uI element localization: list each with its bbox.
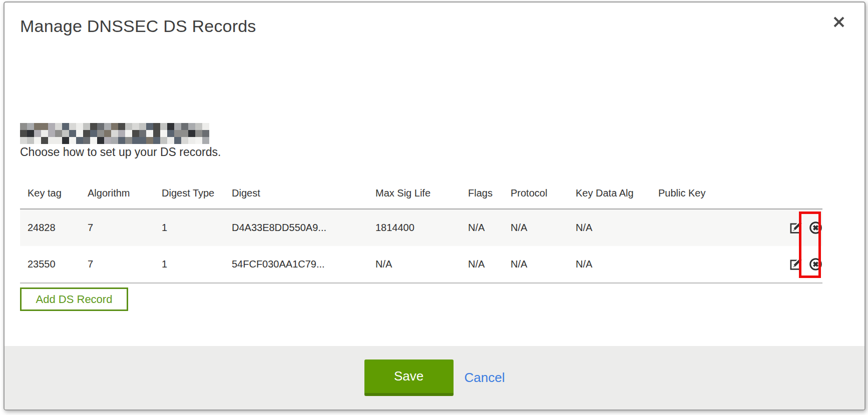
redacted-pixel [132,123,139,130]
redacted-pixel [118,123,125,130]
table-row: 24828 7 1 D4A33E8DD550A9... 1814400 N/A … [20,209,822,246]
redacted-pixel [146,123,153,130]
domain-name-redacted [20,123,209,144]
col-header-algorithm: Algorithm [88,178,162,209]
redacted-pixel [146,137,153,144]
redacted-pixel [76,123,83,130]
dialog-title: Manage DNSSEC DS Records [20,16,256,36]
close-icon[interactable] [831,14,846,30]
redacted-pixel [153,137,160,144]
cell-public-key [658,209,733,246]
redacted-pixel [104,123,111,130]
redacted-pixel [202,130,209,137]
redacted-pixel [139,137,146,144]
redacted-pixel [188,137,195,144]
redacted-pixel [48,137,55,144]
redacted-pixel [202,137,209,144]
delete-record-icon[interactable] [809,258,822,271]
redacted-pixel [76,137,83,144]
redacted-pixel [153,123,160,130]
cell-key-data-alg: N/A [576,209,658,246]
redacted-pixel [41,123,48,130]
cell-flags: N/A [468,246,511,283]
redacted-pixel [20,137,27,144]
redacted-pixel [27,137,34,144]
redacted-pixel [104,130,111,137]
col-header-flags: Flags [468,178,511,209]
edit-record-icon[interactable] [789,221,803,234]
redacted-pixel [132,137,139,144]
col-header-digest: Digest [232,178,375,209]
redacted-pixel [174,123,181,130]
redacted-pixel [111,130,118,137]
redacted-pixel [188,123,195,130]
cell-digest-type: 1 [162,246,232,283]
redacted-pixel [139,123,146,130]
save-button[interactable]: Save [364,360,454,396]
cell-algorithm: 7 [88,246,162,283]
redacted-pixel [69,123,76,130]
cell-flags: N/A [468,209,511,246]
cell-key-tag: 23550 [20,246,88,283]
redacted-pixel [48,123,55,130]
redacted-pixel [160,130,167,137]
delete-record-icon[interactable] [809,221,822,234]
redacted-pixel [188,130,195,137]
redacted-pixel [174,130,181,137]
redacted-pixel [90,137,97,144]
redacted-pixel [195,123,202,130]
redacted-pixel [167,137,174,144]
setup-instruction-text: Choose how to set up your DS records. [20,146,221,159]
redacted-pixel [90,123,97,130]
manage-dnssec-dialog: Manage DNSSEC DS Records Choose how to s… [4,2,865,410]
redacted-pixel [62,130,69,137]
redacted-pixel [20,123,27,130]
dialog-footer: Save Cancel [5,346,864,410]
redacted-pixel [125,137,132,144]
cell-public-key [658,246,733,283]
redacted-pixel [27,130,34,137]
redacted-pixel [125,123,132,130]
redacted-pixel [97,137,104,144]
redacted-pixel [139,130,146,137]
redacted-pixel [160,137,167,144]
cell-actions [733,209,822,246]
cell-actions [733,246,822,283]
cell-max-sig-life: N/A [375,246,468,283]
cancel-link[interactable]: Cancel [465,370,505,386]
table-header-row: Key tag Algorithm Digest Type Digest Max… [20,178,822,209]
cell-digest-type: 1 [162,209,232,246]
redacted-pixel [34,123,41,130]
col-header-protocol: Protocol [511,178,576,209]
ds-records-table: Key tag Algorithm Digest Type Digest Max… [20,178,822,284]
edit-record-icon[interactable] [789,258,803,271]
cell-key-tag: 24828 [20,209,88,246]
redacted-pixel [62,137,69,144]
col-header-public-key: Public Key [658,178,733,209]
redacted-pixel [55,123,62,130]
redacted-pixel [83,123,90,130]
redacted-pixel [167,130,174,137]
redacted-pixel [195,130,202,137]
col-header-actions [733,178,822,209]
redacted-pixel [146,130,153,137]
redacted-pixel [41,137,48,144]
cell-protocol: N/A [511,246,576,283]
redacted-pixel [76,130,83,137]
redacted-pixel [20,130,27,137]
redacted-pixel [111,137,118,144]
redacted-pixel [90,130,97,137]
redacted-pixel [69,137,76,144]
redacted-pixel [97,123,104,130]
add-ds-record-button[interactable]: Add DS Record [20,288,128,311]
redacted-pixel [27,123,34,130]
redacted-pixel [202,123,209,130]
redacted-pixel [48,130,55,137]
cell-digest: 54FCF030AA1C79... [232,246,375,283]
cell-algorithm: 7 [88,209,162,246]
cell-max-sig-life: 1814400 [375,209,468,246]
redacted-pixel [181,130,188,137]
redacted-pixel [83,137,90,144]
redacted-pixel [118,137,125,144]
redacted-pixel [118,130,125,137]
